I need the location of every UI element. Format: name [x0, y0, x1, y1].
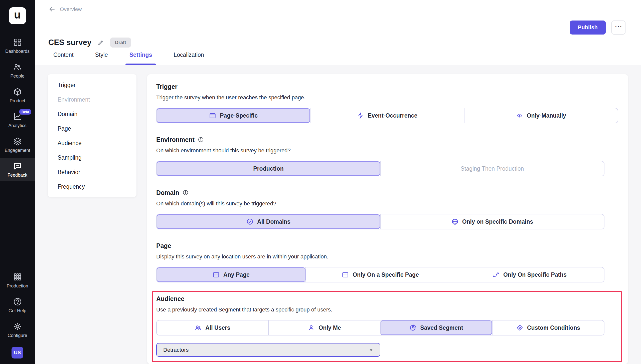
- sidebar-item-label: Feedback: [8, 173, 27, 178]
- header-actions: Publish ⋯: [570, 21, 625, 35]
- sidebar-item-dashboards[interactable]: Dashboards: [0, 34, 35, 58]
- status-badge: Draft: [110, 38, 131, 48]
- sidebar-item-people[interactable]: People: [0, 59, 35, 82]
- section-description: Display this survey on any location user…: [156, 253, 618, 260]
- page-title: CES survey: [48, 38, 91, 47]
- sidebar-item-label: Dashboards: [5, 49, 30, 54]
- back-link[interactable]: Overview: [48, 6, 82, 13]
- option-all-users[interactable]: All Users: [157, 320, 268, 335]
- sidebar-nav: Dashboards People Product Beta Analytics…: [0, 34, 35, 183]
- tab-content[interactable]: Content: [52, 52, 75, 65]
- domain-options: All Domains Only on Specific Domains: [156, 214, 604, 229]
- user-icon: [308, 324, 315, 331]
- more-options-button[interactable]: ⋯: [611, 21, 625, 35]
- sidebar-item-product[interactable]: Product: [0, 84, 35, 107]
- diamond-icon: [516, 324, 523, 331]
- sidebar-item-get-help[interactable]: Get Help: [0, 294, 35, 317]
- option-custom-conditions[interactable]: Custom Conditions: [492, 320, 604, 335]
- nav-item-audience[interactable]: Audience: [48, 136, 136, 150]
- section-title: Page: [156, 242, 618, 249]
- sidebar-item-label: People: [10, 74, 24, 79]
- environment-options: Production Staging Then Production: [156, 161, 604, 176]
- option-only-manually[interactable]: Only-Manually: [464, 108, 618, 123]
- browser-window-icon: [342, 271, 349, 278]
- option-only-me[interactable]: Only Me: [268, 320, 380, 335]
- sidebar: u Dashboards People Product Beta Analyti…: [0, 0, 35, 364]
- nav-item-trigger[interactable]: Trigger: [48, 78, 136, 92]
- option-production[interactable]: Production: [157, 161, 380, 176]
- users-icon: [195, 324, 202, 331]
- apps-grid-icon: [13, 272, 22, 281]
- section-title: Trigger: [156, 83, 618, 90]
- feedback-icon: [13, 162, 22, 171]
- tab-style[interactable]: Style: [94, 52, 109, 65]
- product-icon: [13, 87, 22, 96]
- sidebar-secondary-nav: Production Get Help Configure: [0, 269, 35, 343]
- beta-badge: Beta: [19, 109, 31, 115]
- logo-letter: u: [14, 9, 21, 20]
- section-description: On which environment should this survey …: [156, 147, 618, 154]
- option-page-specific[interactable]: Page-Specific: [157, 108, 310, 123]
- chevron-down-icon: [368, 347, 374, 353]
- sidebar-item-label: Configure: [8, 333, 27, 338]
- user-avatar[interactable]: US: [12, 347, 23, 358]
- sidebar-item-label: Product: [10, 98, 25, 104]
- section-description: On which domain(s) will this survey be t…: [156, 200, 618, 207]
- settings-content: Trigger Environment Domain Page Audience…: [35, 65, 641, 364]
- option-all-domains[interactable]: All Domains: [157, 214, 380, 229]
- audience-options: All Users Only Me Saved Segment Cus: [156, 320, 604, 335]
- nav-item-domain[interactable]: Domain: [48, 107, 136, 121]
- publish-button[interactable]: Publish: [570, 21, 606, 35]
- settings-section-nav: Trigger Environment Domain Page Audience…: [48, 74, 136, 197]
- code-icon: [516, 112, 523, 119]
- arrow-left-icon: [48, 6, 56, 13]
- option-event-occurrence[interactable]: Event-Occurrence: [310, 108, 464, 123]
- nav-item-environment: Environment: [48, 92, 136, 107]
- people-icon: [13, 63, 22, 72]
- sidebar-item-production[interactable]: Production: [0, 269, 35, 292]
- tab-settings[interactable]: Settings: [128, 52, 153, 65]
- browser-window-icon: [213, 271, 220, 278]
- dashboards-icon: [13, 38, 22, 47]
- nav-item-frequency[interactable]: Frequency: [48, 179, 136, 194]
- page-options: Any Page Only On a Specific Page Only On…: [156, 267, 604, 282]
- option-saved-segment[interactable]: Saved Segment: [380, 320, 492, 335]
- settings-panel: Trigger Trigger the survey when the user…: [147, 74, 628, 364]
- sidebar-item-label: Get Help: [9, 308, 26, 313]
- nav-item-behavior[interactable]: Behavior: [48, 165, 136, 179]
- app-logo[interactable]: u: [9, 7, 26, 24]
- sidebar-item-analytics[interactable]: Beta Analytics: [0, 109, 35, 132]
- option-any-page[interactable]: Any Page: [157, 267, 305, 282]
- page-header: Overview CES survey Draft Publish ⋯ Cont…: [35, 0, 641, 65]
- section-page: Page Display this survey on any location…: [156, 242, 618, 282]
- section-title: Domain: [156, 189, 618, 196]
- segment-dropdown-value: Detractors: [163, 347, 189, 353]
- edit-pencil-icon[interactable]: [97, 39, 104, 46]
- sidebar-item-feedback[interactable]: Feedback: [0, 158, 35, 181]
- option-specific-page[interactable]: Only On a Specific Page: [305, 267, 455, 282]
- info-icon[interactable]: [198, 137, 204, 143]
- help-icon: [13, 297, 22, 306]
- trigger-options: Page-Specific Event-Occurrence Only-Manu…: [156, 108, 618, 123]
- option-specific-domains[interactable]: Only on Specific Domains: [380, 214, 604, 229]
- sidebar-item-engagement[interactable]: Engagement: [0, 133, 35, 157]
- tab-localization[interactable]: Localization: [173, 52, 205, 65]
- section-title: Audience: [156, 295, 618, 302]
- engagement-icon: [13, 137, 22, 146]
- section-description: Use a previously created Segment that ta…: [156, 306, 618, 313]
- pie-chart-icon: [409, 324, 416, 331]
- route-icon: [493, 271, 500, 278]
- sidebar-item-configure[interactable]: Configure: [0, 318, 35, 342]
- globe-check-icon: [246, 218, 253, 225]
- nav-item-page[interactable]: Page: [48, 121, 136, 136]
- sidebar-item-label: Production: [7, 283, 28, 289]
- section-description: Trigger the survey when the user reaches…: [156, 94, 618, 101]
- section-title: Environment: [156, 136, 618, 143]
- info-icon[interactable]: [183, 190, 189, 196]
- gear-icon: [13, 322, 22, 331]
- lightning-icon: [357, 112, 364, 119]
- section-environment: Environment On which environment should …: [156, 136, 618, 176]
- nav-item-sampling[interactable]: Sampling: [48, 150, 136, 165]
- option-specific-paths[interactable]: Only On Specific Paths: [455, 267, 604, 282]
- segment-dropdown[interactable]: Detractors: [156, 343, 380, 357]
